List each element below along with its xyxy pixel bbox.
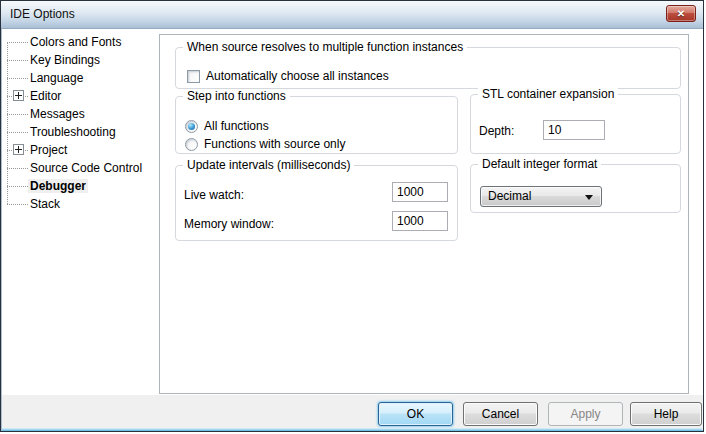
tree-connector-line bbox=[7, 204, 28, 205]
group-multiple-function-instances: When source resolves to multiple functio… bbox=[175, 47, 681, 89]
all-functions-radio-row[interactable]: All functions bbox=[185, 119, 269, 133]
sidebar-item-label: Key Bindings bbox=[30, 53, 100, 67]
sidebar-item-label: Language bbox=[30, 71, 83, 85]
sidebar-item-project[interactable]: Project bbox=[2, 141, 158, 159]
group-stl-container-expansion: STL container expansion Depth: bbox=[470, 94, 681, 154]
auto-choose-instances-row[interactable]: Automatically choose all instances bbox=[187, 69, 389, 83]
sidebar-item-stack[interactable]: Stack bbox=[2, 195, 158, 213]
dialog-button-bar: OK Cancel Apply Help bbox=[2, 395, 704, 430]
checkbox-label: Automatically choose all instances bbox=[206, 69, 389, 83]
options-category-tree: Colors and Fonts Key Bindings Language E… bbox=[2, 29, 158, 395]
tree-connector-line bbox=[7, 114, 28, 115]
ok-button[interactable]: OK bbox=[378, 402, 453, 426]
sidebar-item-key-bindings[interactable]: Key Bindings bbox=[2, 51, 158, 69]
dropdown-selected-value: Decimal bbox=[488, 187, 531, 206]
sidebar-item-messages[interactable]: Messages bbox=[2, 105, 158, 123]
tree-connector-line bbox=[7, 132, 28, 133]
group-title: STL container expansion bbox=[478, 87, 618, 101]
live-watch-label: Live watch: bbox=[184, 188, 244, 202]
ide-options-dialog: IDE Options ✕ Colors and Fonts Key Bindi… bbox=[0, 0, 704, 432]
auto-choose-instances-checkbox[interactable] bbox=[187, 70, 200, 83]
sidebar-item-label: Colors and Fonts bbox=[30, 35, 121, 49]
all-functions-radio[interactable] bbox=[185, 120, 198, 133]
group-title: When source resolves to multiple functio… bbox=[183, 40, 467, 54]
functions-with-source-radio[interactable] bbox=[185, 138, 198, 151]
radio-label: All functions bbox=[204, 119, 269, 133]
sidebar-item-debugger[interactable]: Debugger bbox=[2, 177, 158, 195]
window-title: IDE Options bbox=[10, 1, 75, 28]
close-icon: ✕ bbox=[677, 8, 685, 19]
dropdown-arrow-icon bbox=[585, 195, 593, 200]
tree-connector-line bbox=[7, 60, 28, 61]
sidebar-item-source-code-control[interactable]: Source Code Control bbox=[2, 159, 158, 177]
sidebar-item-label: Project bbox=[30, 143, 67, 157]
depth-input[interactable] bbox=[543, 120, 605, 140]
group-title: Default integer format bbox=[478, 157, 601, 171]
sidebar-item-troubleshooting[interactable]: Troubleshooting bbox=[2, 123, 158, 141]
titlebar[interactable]: IDE Options ✕ bbox=[1, 1, 703, 29]
sidebar-item-label: Messages bbox=[30, 107, 85, 121]
tree-connector-line bbox=[7, 78, 28, 79]
cancel-button[interactable]: Cancel bbox=[463, 402, 538, 426]
depth-label: Depth: bbox=[479, 124, 514, 138]
sidebar-item-label: Editor bbox=[30, 89, 61, 103]
live-watch-input[interactable] bbox=[392, 182, 448, 202]
dialog-body: Colors and Fonts Key Bindings Language E… bbox=[2, 29, 704, 395]
close-button[interactable]: ✕ bbox=[666, 5, 696, 22]
tree-connector-line bbox=[7, 168, 28, 169]
tree-expand-plus-icon[interactable] bbox=[13, 90, 24, 101]
sidebar-item-colors-and-fonts[interactable]: Colors and Fonts bbox=[2, 33, 158, 51]
group-title: Update intervals (milliseconds) bbox=[183, 158, 354, 172]
sidebar-item-label: Debugger bbox=[28, 179, 88, 193]
sidebar-item-label: Source Code Control bbox=[30, 161, 142, 175]
group-update-intervals: Update intervals (milliseconds) Live wat… bbox=[175, 165, 458, 241]
tree-connector-line bbox=[7, 186, 28, 187]
memory-window-label: Memory window: bbox=[184, 217, 274, 231]
sidebar-item-label: Troubleshooting bbox=[30, 125, 116, 139]
sidebar-item-language[interactable]: Language bbox=[2, 69, 158, 87]
memory-window-input[interactable] bbox=[392, 211, 448, 231]
window-bottom-glass-edge bbox=[2, 428, 702, 431]
debugger-settings-panel: When source resolves to multiple functio… bbox=[159, 34, 689, 394]
sidebar-item-editor[interactable]: Editor bbox=[2, 87, 158, 105]
group-step-into-functions: Step into functions All functions Functi… bbox=[175, 96, 458, 154]
tree-expand-plus-icon[interactable] bbox=[13, 144, 24, 155]
integer-format-dropdown[interactable]: Decimal bbox=[480, 186, 602, 207]
tree-connector-line bbox=[7, 42, 28, 43]
group-title: Step into functions bbox=[183, 89, 290, 103]
help-button[interactable]: Help bbox=[630, 402, 702, 426]
sidebar-item-label: Stack bbox=[30, 197, 60, 211]
functions-with-source-radio-row[interactable]: Functions with source only bbox=[185, 137, 345, 151]
apply-button: Apply bbox=[548, 402, 623, 426]
group-default-integer-format: Default integer format Decimal bbox=[470, 164, 681, 213]
radio-label: Functions with source only bbox=[204, 137, 345, 151]
